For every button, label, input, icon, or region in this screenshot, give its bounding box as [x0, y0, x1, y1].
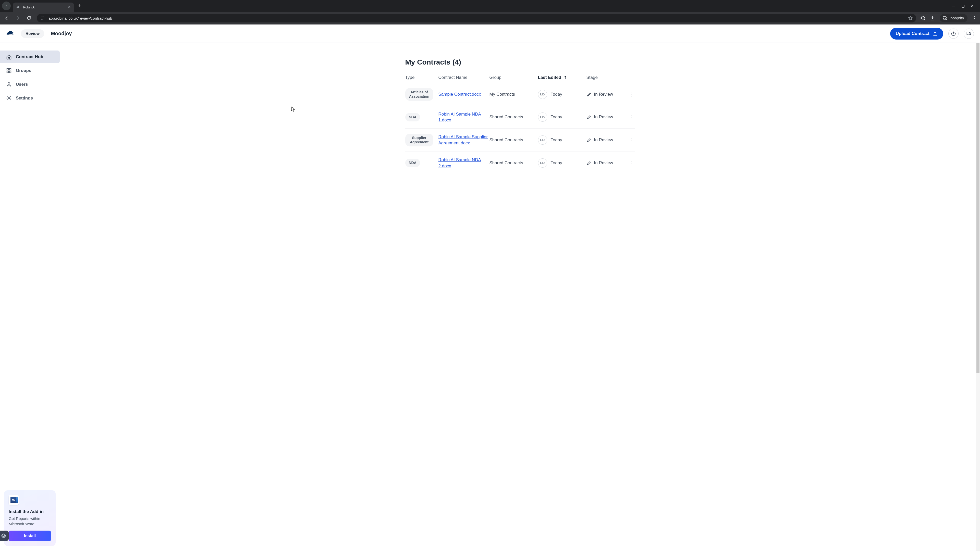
review-pill[interactable]: Review	[21, 29, 44, 38]
col-stage[interactable]: Stage	[587, 75, 627, 80]
stage-cell: In Review	[587, 160, 627, 165]
tab-title: Robin AI	[23, 5, 65, 9]
sidebar: Contract Hub Groups Users Settings W Ins…	[0, 43, 60, 551]
install-label: Install	[24, 534, 36, 538]
contract-link[interactable]: Robin AI Sample Supplier Agreement.docx	[438, 135, 488, 145]
table-row: NDARobin AI Sample NDA 1.docxShared Cont…	[405, 106, 635, 129]
addin-subtitle: Get Reports within Microsoft Word!	[9, 516, 51, 527]
col-contract-name[interactable]: Contract Name	[438, 75, 490, 80]
row-menu-button[interactable]: ⋮	[627, 114, 635, 120]
tab-search-button[interactable]	[2, 2, 11, 10]
user-icon	[6, 82, 12, 87]
type-pill: NDA	[405, 113, 420, 121]
scrollbar[interactable]	[976, 43, 980, 551]
upload-label: Upload Contract	[896, 31, 929, 36]
sidebar-item-label: Contract Hub	[16, 54, 43, 59]
extensions-icon[interactable]	[920, 16, 925, 21]
sidebar-item-label: Users	[16, 82, 28, 87]
site-settings-icon[interactable]	[40, 16, 45, 21]
group-cell: My Contracts	[490, 92, 538, 97]
col-type[interactable]: Type	[405, 75, 438, 80]
editor-badge: LD	[538, 90, 547, 99]
contracts-table: Type Contract Name Group Last Edited Sta…	[405, 73, 635, 174]
svg-point-10	[3, 535, 5, 537]
sidebar-item-settings[interactable]: Settings	[0, 92, 60, 105]
bookmark-icon[interactable]	[908, 16, 913, 21]
stage-cell: In Review	[587, 114, 627, 120]
col-label: Last Edited	[538, 75, 562, 80]
addin-card: W Install the Add-in Get Reports within …	[4, 490, 56, 546]
browser-tab-strip: Robin AI ✕ + — ▢ ✕	[0, 0, 980, 12]
sidebar-item-users[interactable]: Users	[0, 78, 60, 91]
incognito-icon	[942, 16, 947, 21]
app-header: Review Moodjoy Upload Contract LD	[0, 24, 980, 43]
robin-logo[interactable]	[6, 29, 16, 38]
address-bar[interactable]: app.robinai.co.uk/review/contract-hub	[37, 14, 916, 22]
cursor-icon	[291, 106, 295, 112]
svg-rect-4	[10, 68, 11, 70]
edited-text: Today	[551, 92, 562, 97]
browser-menu-icon[interactable]: ⋮	[972, 15, 977, 21]
reload-button[interactable]	[25, 16, 33, 21]
editor-badge: LD	[538, 135, 547, 144]
new-tab-button[interactable]: +	[76, 3, 83, 9]
incognito-label: Incognito	[950, 16, 964, 20]
col-group[interactable]: Group	[490, 75, 538, 80]
stage-cell: In Review	[587, 138, 627, 143]
svg-rect-5	[7, 71, 8, 73]
user-avatar[interactable]: LD	[964, 29, 974, 39]
install-button[interactable]: Install	[9, 530, 51, 541]
page-title: My Contracts (4)	[405, 58, 635, 66]
help-button[interactable]	[948, 29, 959, 39]
browser-toolbar: app.robinai.co.uk/review/contract-hub In…	[0, 12, 980, 24]
table-row: Supplier AgreementRobin AI Sample Suppli…	[405, 129, 635, 152]
type-pill: Articles of Association	[405, 88, 433, 101]
word-icon: W	[9, 495, 19, 505]
row-menu-button[interactable]: ⋮	[627, 91, 635, 97]
window-close-icon[interactable]: ✕	[971, 4, 974, 8]
upload-contract-button[interactable]: Upload Contract	[890, 28, 943, 40]
tab-close-icon[interactable]: ✕	[68, 5, 71, 9]
pencil-icon	[587, 114, 592, 120]
support-bubble[interactable]	[0, 530, 9, 541]
editor-badge: LD	[538, 113, 547, 122]
window-maximize-icon[interactable]: ▢	[961, 4, 965, 8]
edited-text: Today	[551, 160, 562, 165]
addin-title: Install the Add-in	[9, 509, 51, 514]
org-name: Moodjoy	[51, 30, 72, 37]
help-icon	[951, 31, 956, 36]
contract-link[interactable]: Robin AI Sample NDA 2.docx	[438, 157, 481, 168]
group-cell: Shared Contracts	[490, 160, 538, 165]
table-row: Articles of AssociationSample Contract.d…	[405, 83, 635, 106]
contract-link[interactable]: Robin AI Sample NDA 1.docx	[438, 112, 481, 123]
svg-point-0	[43, 17, 44, 17]
life-ring-icon	[1, 533, 6, 538]
table-row: NDARobin AI Sample NDA 2.docxShared Cont…	[405, 152, 635, 175]
row-menu-button[interactable]: ⋮	[627, 160, 635, 166]
sidebar-item-label: Settings	[16, 96, 33, 101]
row-menu-button[interactable]: ⋮	[627, 137, 635, 143]
upload-icon	[932, 31, 938, 36]
sort-ascending-icon	[563, 76, 567, 79]
col-last-edited[interactable]: Last Edited	[538, 75, 587, 80]
forward-button[interactable]	[14, 16, 21, 21]
downloads-icon[interactable]	[930, 16, 935, 21]
gear-icon	[6, 95, 12, 101]
sidebar-item-label: Groups	[16, 68, 31, 73]
avatar-initials: LD	[966, 32, 971, 36]
browser-tab[interactable]: Robin AI ✕	[13, 3, 74, 12]
stage-cell: In Review	[587, 92, 627, 97]
pencil-icon	[587, 138, 592, 143]
group-cell: Shared Contracts	[490, 114, 538, 120]
back-button[interactable]	[3, 16, 10, 21]
contract-link[interactable]: Sample Contract.docx	[438, 92, 481, 97]
svg-point-8	[8, 97, 10, 99]
review-label: Review	[25, 32, 40, 36]
editor-badge: LD	[538, 159, 547, 168]
sidebar-item-groups[interactable]: Groups	[0, 64, 60, 77]
window-minimize-icon[interactable]: —	[952, 4, 955, 8]
incognito-chip[interactable]: Incognito	[940, 14, 967, 22]
url-text: app.robinai.co.uk/review/contract-hub	[48, 16, 904, 21]
sidebar-item-contract-hub[interactable]: Contract Hub	[0, 51, 60, 63]
grid-icon	[6, 68, 12, 73]
